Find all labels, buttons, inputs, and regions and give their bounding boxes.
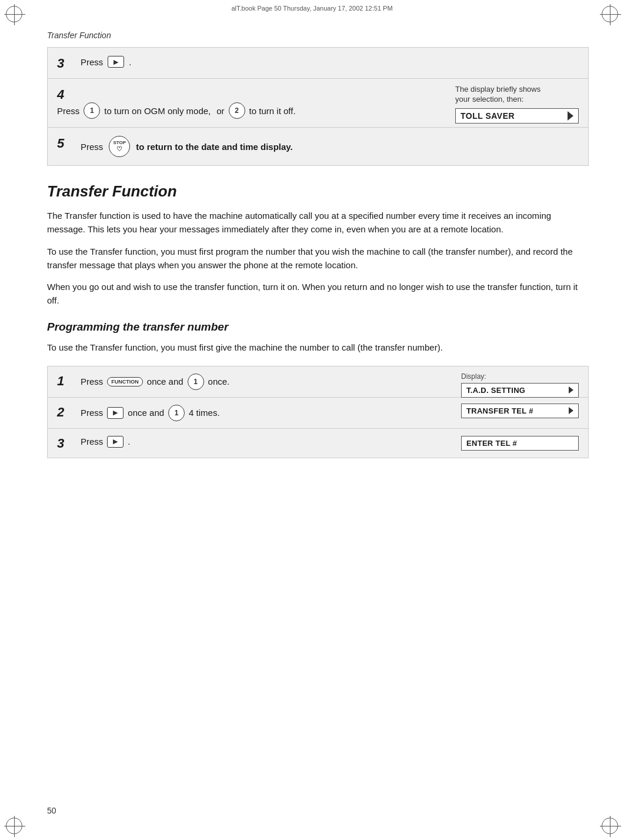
bottom-step1-btn1[interactable]: 1 [188, 374, 204, 390]
bottom-step1-display-label: Display: [461, 372, 579, 381]
bottom-step2-display-screen: TRANSFER TEL # [461, 404, 579, 418]
step5-stop-button[interactable]: STOP ♡ [109, 136, 130, 157]
bottom-step1-display: Display: T.A.D. SETTING [461, 372, 579, 398]
step4-row: 4 Press 1 to turn on OGM only mode, or 2… [48, 79, 588, 128]
stop-label-top: STOP [114, 140, 126, 146]
main-content: 3 Press ▶ . 4 Press 1 to turn on OGM onl… [47, 47, 589, 805]
bottom-step2-press: Press [81, 408, 103, 418]
transfer-tel-text: TRANSFER TEL # [466, 406, 533, 415]
bottom-step3-content: Press ▶ . [81, 436, 449, 448]
function-button[interactable]: FUNCTION [107, 377, 143, 386]
enter-tel-text: ENTER TEL # [466, 439, 517, 448]
bottom-step1-once: once. [208, 376, 230, 386]
bottom-step1-once-and: once and [147, 376, 183, 386]
step5-number: 5 [57, 136, 75, 150]
step4-display-arrow [568, 111, 573, 121]
step5-row: 5 Press STOP ♡ to return to the date and… [48, 128, 588, 165]
bottom-step3-number: 3 [57, 436, 75, 450]
step3-row: 3 Press ▶ . [48, 48, 588, 79]
step3-press-label: Press [81, 57, 103, 67]
bottom-step1-arrow [569, 386, 573, 394]
body-para2: To use the Transfer function, you must f… [47, 245, 589, 272]
step4-content: Press 1 to turn on OGM only mode, or 2 t… [57, 102, 296, 119]
bottom-step1-number: 1 [57, 374, 75, 388]
body-para3: When you go out and wish to use the tran… [47, 280, 589, 308]
corner-mark-tr [602, 6, 618, 22]
step4-number: 4 [57, 87, 438, 101]
step4-caption-line1: The display briefly shows [455, 85, 540, 94]
step4-or: or [216, 106, 224, 116]
bottom-step2-display: TRANSFER TEL # [461, 404, 579, 418]
step3-content: Press ▶ . [81, 56, 579, 68]
bottom-step3-press: Press [81, 436, 103, 446]
toll-saver-text: TOLL SAVER [461, 111, 515, 121]
step3-play-button[interactable]: ▶ [108, 56, 124, 68]
step5-press-label: Press [81, 142, 103, 152]
step5-text: to return to the date and time display. [136, 142, 292, 152]
step4-display-screen: TOLL SAVER [455, 108, 579, 124]
corner-mark-br [602, 818, 618, 834]
step4-display-caption: The display briefly shows your selection… [455, 85, 579, 105]
section-subtitle: Programming the transfer number [47, 321, 589, 334]
stop-label-bottom: ♡ [116, 145, 122, 153]
page-header: Transfer Function [47, 31, 111, 40]
bottom-step2-arrow [569, 407, 573, 414]
body-para1: The Transfer function is used to have th… [47, 209, 589, 236]
page-number: 50 [47, 806, 56, 815]
bottom-step2-btn1[interactable]: 1 [168, 405, 185, 421]
step3b-play-button[interactable]: ▶ [107, 436, 124, 448]
bottom-step1-press: Press [81, 376, 103, 386]
step4-text4: to turn it off. [249, 106, 296, 116]
step2-play-button[interactable]: ▶ [107, 407, 124, 419]
section-title: Transfer Function [47, 182, 589, 201]
step3-number: 3 [57, 56, 75, 70]
sub-para: To use the Transfer function, you must f… [47, 341, 589, 354]
step4-btn1[interactable]: 1 [84, 102, 100, 119]
step4-text2: to turn on OGM only mode, [104, 106, 211, 116]
bottom-instruction-box: 1 Press FUNCTION once and 1 once. Displa… [47, 366, 589, 458]
tad-setting-text: T.A.D. SETTING [466, 386, 525, 395]
file-path: alT.book Page 50 Thursday, January 17, 2… [231, 5, 392, 12]
step4-btn2[interactable]: 2 [229, 102, 245, 119]
step4-caption-line2: your selection, then: [455, 95, 523, 104]
bottom-step3-period: . [128, 436, 130, 446]
step4-press-label: Press [57, 106, 79, 116]
step5-content: Press STOP ♡ to return to the date and t… [81, 136, 579, 157]
bottom-step1-display-screen: T.A.D. SETTING [461, 383, 579, 398]
top-instruction-box: 3 Press ▶ . 4 Press 1 to turn on OGM onl… [47, 47, 589, 166]
corner-mark-bl [6, 818, 22, 834]
bottom-step3-row: 3 Press ▶ . ENTER TEL # [48, 429, 588, 458]
bottom-step3-display: ENTER TEL # [461, 436, 579, 451]
step3-period: . [129, 57, 131, 67]
bottom-step2-row: 2 Press ▶ once and 1 4 times. TRANSFER T… [48, 398, 588, 429]
bottom-step2-number: 2 [57, 405, 75, 419]
bottom-step1-row: 1 Press FUNCTION once and 1 once. Displa… [48, 366, 588, 398]
bottom-step2-4times: 4 times. [189, 408, 220, 418]
step4-display-area: The display briefly shows your selection… [455, 85, 579, 124]
bottom-step3-display-screen: ENTER TEL # [461, 436, 579, 451]
bottom-step2-once-and: once and [128, 408, 164, 418]
corner-mark-tl [6, 6, 22, 22]
